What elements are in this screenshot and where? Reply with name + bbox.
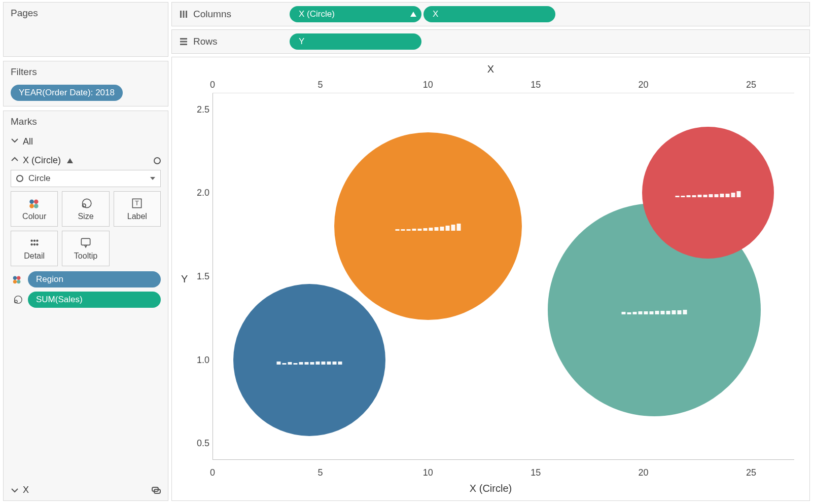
marks-all-label: All [23,136,33,147]
columns-pill-x[interactable]: X [423,6,555,22]
marks-x-label: X [23,485,29,495]
colour-button[interactable]: Colour [11,191,58,227]
x-axis-top-title: X [487,63,494,75]
columns-shelf[interactable]: Columns X (Circle) X [171,2,810,26]
columns-label: Columns [193,9,231,20]
svg-rect-24 [180,38,187,40]
pages-card: Pages [3,2,168,57]
marks-layer-row[interactable]: X (Circle) [11,151,161,170]
pill-label: X (Circle) [299,9,335,19]
x-tick-top: 5 [317,80,323,90]
columns-icon [179,10,188,19]
svg-point-13 [36,243,38,245]
label-icon: T [130,197,144,210]
filters-card: Filters YEAR(Order Date): 2018 [3,61,168,106]
chevron-down-icon [11,486,19,494]
tooltip-label: Tooltip [74,251,97,261]
marks-all-row[interactable]: All [11,132,161,151]
svg-point-3 [34,204,39,208]
triangle-icon [67,158,73,163]
colour-icon [28,197,41,210]
rows-label: Rows [193,36,218,47]
y-tick: 0.5 [192,438,209,449]
svg-rect-22 [183,11,185,18]
svg-point-10 [36,240,38,242]
bubble-red[interactable] [642,127,774,259]
filters-title: Filters [11,66,161,78]
caret-down-icon [150,177,155,180]
svg-point-16 [17,276,20,280]
svg-rect-23 [186,11,187,18]
rows-icon [179,37,188,46]
x-axis-bottom-title: X (Circle) [470,483,512,494]
rows-pill-y[interactable]: Y [290,33,421,50]
tooltip-button[interactable]: Tooltip [62,231,109,266]
pages-title: Pages [11,8,161,19]
svg-rect-21 [180,11,182,18]
svg-point-18 [17,280,20,283]
svg-point-15 [13,276,17,280]
size-button[interactable]: Size [62,191,109,227]
svg-point-17 [13,280,17,283]
chart-viz[interactable]: X X (Circle) Y 0.51.01.52.02.50055101015… [171,57,810,501]
filter-pill-year[interactable]: YEAR(Order Date): 2018 [11,85,123,101]
marks-title: Marks [11,116,161,127]
x-tick-bottom: 10 [423,467,433,478]
svg-text:T: T [135,199,139,207]
size-icon [11,293,24,306]
svg-point-0 [29,199,34,204]
svg-rect-25 [180,41,187,43]
x-tick-bottom: 5 [317,467,323,478]
svg-rect-26 [180,44,187,45]
x-tick-bottom: 0 [210,467,215,478]
label-button[interactable]: T Label [114,191,161,227]
size-label: Size [78,212,93,221]
svg-point-1 [34,199,39,204]
mark-type-label: Circle [28,173,50,184]
size-icon [79,197,92,210]
svg-point-12 [33,243,35,245]
svg-point-9 [33,240,35,242]
x-tick-top: 15 [531,80,541,90]
x-tick-top: 25 [746,80,756,90]
x-tick-top: 0 [210,80,215,90]
rows-shelf[interactable]: Rows Y [171,29,810,54]
nested-icon [152,487,161,494]
marks-x-row[interactable]: X [11,485,29,495]
colour-icon [11,273,24,286]
chevron-up-icon [11,155,19,166]
y-tick: 2.0 [192,188,209,198]
y-tick: 1.5 [192,271,209,282]
svg-point-19 [15,296,22,304]
y-tick: 1.0 [192,354,209,365]
columns-pill-xcircle[interactable]: X (Circle) [290,6,421,22]
tooltip-icon [79,236,92,249]
mark-type-select[interactable]: Circle [11,170,161,187]
sum-sales-pill[interactable]: SUM(Sales) [28,292,161,308]
circle-icon [154,157,161,164]
x-tick-bottom: 20 [639,467,649,478]
x-tick-top: 10 [423,80,433,90]
y-axis-title: Y [181,273,188,285]
bubble-blue[interactable] [233,284,385,436]
x-tick-top: 20 [639,80,649,90]
chevron-down-icon [11,136,19,147]
svg-point-4 [82,199,91,207]
detail-button[interactable]: Detail [11,231,58,266]
region-pill[interactable]: Region [28,271,161,287]
x-tick-bottom: 25 [746,467,756,478]
svg-point-11 [30,243,32,245]
detail-label: Detail [24,251,45,261]
y-tick: 2.5 [192,104,209,115]
svg-point-2 [29,204,34,208]
colour-label: Colour [22,212,46,221]
marks-card: Marks All X (Circle) Circle [3,111,168,501]
circle-icon [16,175,23,182]
detail-icon [28,236,41,249]
svg-rect-14 [81,238,90,245]
marks-layer-label: X (Circle) [23,155,61,166]
x-tick-bottom: 15 [531,467,541,478]
bubble-orange[interactable] [334,132,522,320]
svg-point-8 [30,240,32,242]
label-label: Label [127,212,147,221]
